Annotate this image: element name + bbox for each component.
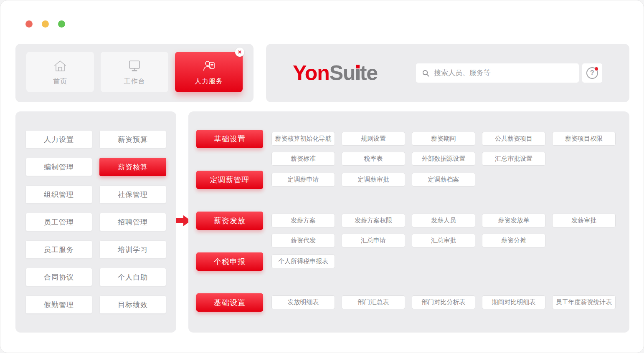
sidebar-item-social-security[interactable]: 社保管理: [99, 185, 166, 204]
logo-part-te: te: [360, 61, 378, 85]
yonsuite-logo: YonSute: [293, 61, 378, 85]
sidebar-item-payroll-accounting[interactable]: 薪资核算: [99, 158, 166, 176]
search-icon: [422, 69, 430, 77]
tab-workbench-label: 工作台: [124, 77, 145, 86]
help-icon: ?: [586, 67, 598, 79]
menu-item-button[interactable]: 外部数据源设置: [412, 152, 475, 166]
sidebar-item-performance[interactable]: 目标绩效: [99, 295, 166, 314]
sidebar-item-salary-budget[interactable]: 薪资预算: [99, 130, 166, 149]
group-basic-setup-items: 薪资核算初始化导航 规则设置 薪资期间 公共薪资项目 薪资项目权限 薪资标准 税…: [271, 132, 616, 166]
help-button[interactable]: ?: [582, 63, 602, 83]
app-window: 首页 工作台 人力服务 ✕ YonSute: [0, 0, 644, 353]
category-reports-button[interactable]: 基础设置: [196, 293, 263, 312]
menu-item-button[interactable]: 发薪人员: [412, 214, 475, 227]
group-salary-adjustment: 定调薪管理 定调薪申请 定调薪审批 定调薪档案: [196, 171, 616, 189]
close-window-dot[interactable]: [25, 20, 33, 28]
person-card-icon: [201, 58, 216, 73]
logo-part-su: Su: [330, 61, 355, 85]
help-glyph: ?: [590, 69, 594, 77]
group-reports: 基础设置 发放明细表 部门汇总表 部门对比分析表 期间对比明细表 员工年度薪资统…: [196, 293, 616, 312]
menu-item-button[interactable]: 薪资期间: [412, 132, 475, 146]
group-salary-payment: 薪资发放 发薪方案 发薪方案权限 发薪人员 薪资发放单 发薪审批 薪资代发 汇总…: [196, 212, 616, 247]
group-reports-items: 发放明细表 部门汇总表 部门对比分析表 期间对比明细表 员工年度薪资统计表: [271, 295, 616, 309]
group-tax-declaration-items: 个人所得税申报表: [271, 255, 616, 268]
menu-item-button[interactable]: 薪资发放单: [482, 214, 545, 227]
category-salary-adjustment-button[interactable]: 定调薪管理: [196, 171, 263, 189]
menu-item-button[interactable]: 规则设置: [342, 132, 405, 146]
logo-part-yon: Yon: [293, 61, 330, 85]
logo-letter-i: [355, 65, 360, 80]
sidebar-item-employee-mgmt[interactable]: 员工管理: [25, 213, 92, 231]
group-salary-payment-items: 发薪方案 发薪方案权限 发薪人员 薪资发放单 发薪审批 薪资代发 汇总申请 汇总…: [271, 214, 616, 247]
menu-item-button[interactable]: 定调薪审批: [342, 173, 405, 187]
menu-item-button[interactable]: 税率表: [342, 152, 405, 166]
category-basic-setup-button[interactable]: 基础设置: [196, 130, 263, 148]
notification-dot: [595, 67, 598, 71]
window-controls: [25, 20, 65, 28]
menu-item-button[interactable]: 员工年度薪资统计表: [552, 295, 616, 309]
category-salary-payment-button[interactable]: 薪资发放: [196, 212, 263, 230]
monitor-icon: [127, 58, 142, 73]
close-tab-icon[interactable]: ✕: [235, 48, 244, 57]
menu-item-button[interactable]: 发薪审批: [552, 214, 616, 227]
menu-item-button[interactable]: 部门汇总表: [342, 295, 405, 309]
sidebar-grid: 人力设置 薪资预算 编制管理 薪资核算 组织管理 社保管理 员工管理 招聘管理 …: [25, 130, 166, 314]
tab-workbench[interactable]: 工作台: [101, 52, 168, 92]
menu-item-button[interactable]: 发薪方案权限: [342, 214, 405, 227]
menu-item-button[interactable]: 薪资核算初始化导航: [271, 132, 335, 146]
menu-item-button[interactable]: 发薪方案: [271, 214, 335, 227]
sidebar-item-contracts[interactable]: 合同协议: [25, 268, 92, 286]
header-panel: YonSute ?: [266, 44, 629, 102]
main-panel: 基础设置 薪资核算初始化导航 规则设置 薪资期间 公共薪资项目 薪资项目权限 薪…: [188, 111, 629, 333]
search-input[interactable]: [434, 69, 573, 77]
tab-home-label: 首页: [53, 77, 67, 86]
menu-item-button[interactable]: 公共薪资项目: [482, 132, 545, 146]
top-nav-panel: 首页 工作台 人力服务 ✕: [15, 44, 254, 102]
menu-item-button[interactable]: 薪资项目权限: [552, 132, 616, 146]
menu-item-button[interactable]: 汇总审批: [412, 234, 475, 247]
group-salary-adjustment-items: 定调薪申请 定调薪审批 定调薪档案: [271, 173, 616, 187]
sidebar-item-employee-services[interactable]: 员工服务: [25, 240, 92, 259]
menu-item-button[interactable]: 定调薪档案: [412, 173, 475, 187]
minimize-window-dot[interactable]: [42, 20, 49, 28]
sidebar-item-recruiting[interactable]: 招聘管理: [99, 213, 166, 231]
maximize-window-dot[interactable]: [58, 20, 65, 28]
tab-home[interactable]: 首页: [26, 52, 94, 92]
menu-item-button[interactable]: 薪资标准: [271, 152, 335, 166]
menu-item-button[interactable]: 个人所得税申报表: [271, 255, 335, 268]
menu-item-button[interactable]: 定调薪申请: [271, 173, 335, 187]
tab-hr-services-label: 人力服务: [195, 77, 223, 86]
menu-item-button[interactable]: 汇总审批设置: [482, 152, 545, 166]
menu-item-button[interactable]: 汇总申请: [342, 234, 405, 247]
sidebar-panel: 人力设置 薪资预算 编制管理 薪资核算 组织管理 社保管理 员工管理 招聘管理 …: [15, 111, 176, 333]
tab-hr-services[interactable]: 人力服务 ✕: [175, 52, 243, 92]
group-tax-declaration: 个税申报 个人所得税申报表: [196, 252, 616, 271]
sidebar-item-training[interactable]: 培训学习: [99, 240, 166, 259]
home-icon: [53, 58, 68, 73]
category-tax-declaration-button[interactable]: 个税申报: [196, 252, 263, 271]
menu-item-button[interactable]: 薪资代发: [271, 234, 335, 247]
sidebar-item-hr-setup[interactable]: 人力设置: [25, 130, 92, 149]
sidebar-item-attendance[interactable]: 假勤管理: [25, 295, 92, 314]
sidebar-item-staffing-mgmt[interactable]: 编制管理: [25, 158, 92, 176]
menu-item-button[interactable]: 发放明细表: [271, 295, 335, 309]
sidebar-item-self-service[interactable]: 个人自助: [99, 268, 166, 286]
sidebar-item-org-mgmt[interactable]: 组织管理: [25, 185, 92, 204]
menu-item-button[interactable]: 期间对比明细表: [482, 295, 545, 309]
group-basic-setup: 基础设置 薪资核算初始化导航 规则设置 薪资期间 公共薪资项目 薪资项目权限 薪…: [196, 130, 616, 166]
menu-item-button[interactable]: 部门对比分析表: [412, 295, 475, 309]
menu-item-button[interactable]: 薪资分摊: [482, 234, 545, 247]
search-box: [416, 63, 579, 83]
